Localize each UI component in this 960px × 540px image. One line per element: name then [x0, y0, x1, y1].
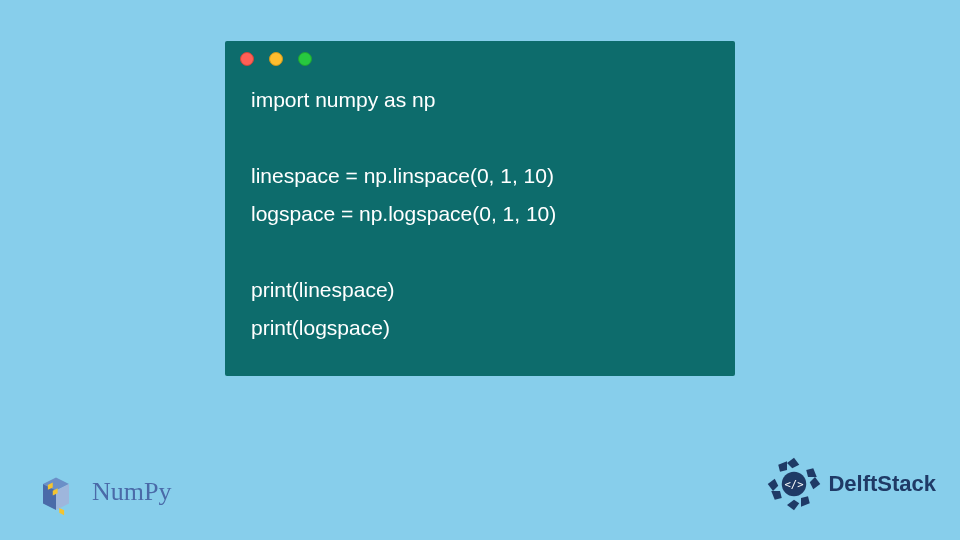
- svg-marker-13: [779, 461, 788, 472]
- numpy-cube-icon: [30, 466, 82, 518]
- numpy-badge: NumPy: [30, 466, 171, 518]
- svg-marker-10: [787, 500, 799, 511]
- window-titlebar: [225, 41, 735, 77]
- svg-marker-9: [801, 496, 810, 507]
- delftstack-logo-icon: </>: [766, 456, 822, 512]
- delftstack-code-icon: </>: [785, 478, 804, 490]
- svg-marker-7: [807, 468, 818, 477]
- svg-marker-11: [772, 491, 783, 500]
- code-body: import numpy as np linespace = np.linspa…: [225, 77, 735, 347]
- svg-marker-12: [768, 479, 779, 491]
- delftstack-label: DelftStack: [828, 471, 936, 497]
- svg-marker-8: [810, 477, 821, 489]
- svg-marker-6: [787, 458, 799, 469]
- close-icon[interactable]: [240, 52, 254, 66]
- code-window: import numpy as np linespace = np.linspa…: [225, 41, 735, 376]
- numpy-label: NumPy: [92, 477, 171, 507]
- svg-rect-5: [59, 508, 64, 515]
- maximize-icon[interactable]: [298, 52, 312, 66]
- delftstack-badge: </> DelftStack: [766, 456, 936, 512]
- minimize-icon[interactable]: [269, 52, 283, 66]
